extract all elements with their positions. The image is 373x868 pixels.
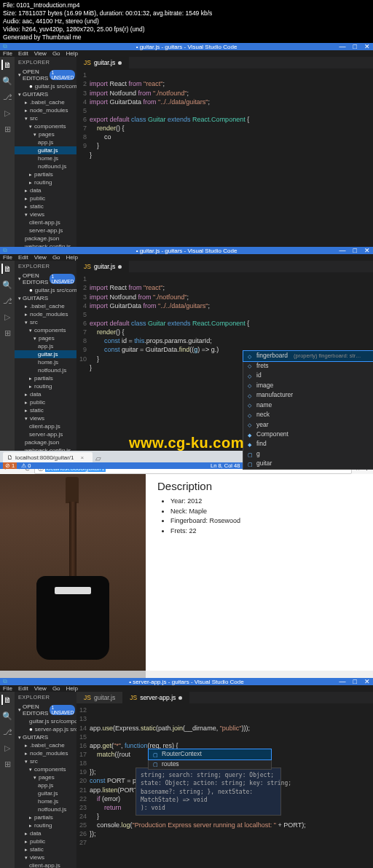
tree-item[interactable]: ▾ components <box>15 122 76 130</box>
debug-icon[interactable]: ▷ <box>2 312 12 322</box>
suggestion-item[interactable]: ◇id <box>243 371 373 380</box>
menu-view[interactable]: View <box>34 254 47 261</box>
tree-item[interactable]: ▸ .babel_cache <box>15 741 76 749</box>
extensions-icon[interactable]: ⊞ <box>2 124 12 134</box>
tree-item[interactable]: ▸ data <box>15 186 76 194</box>
suggestion-item[interactable]: ◇year <box>243 420 373 430</box>
menu-edit[interactable]: Edit <box>18 254 28 261</box>
intellisense-popup[interactable]: ◇fingerboard(property) fingerboard: str…… <box>243 350 373 470</box>
tree-item[interactable]: app.js <box>15 781 76 789</box>
tree-item[interactable]: ▸ static <box>15 406 76 414</box>
tree-item[interactable]: app.js <box>15 138 76 146</box>
tree-item[interactable]: ▾ pages <box>15 773 76 781</box>
maximize-icon[interactable]: □ <box>353 678 357 685</box>
close-icon[interactable]: ✕ <box>364 678 370 685</box>
chrome-tab[interactable]: 🗋localhost:8080/guitar/1× <box>3 452 93 462</box>
status-errors[interactable]: ⊘ 1 <box>3 462 17 469</box>
tree-item[interactable]: ▾ src <box>15 757 76 765</box>
tree-item[interactable]: notfound.js <box>15 805 76 813</box>
tree-item[interactable]: ▸ static <box>15 845 76 853</box>
explorer-icon[interactable]: 🗎 <box>1 264 12 274</box>
menu-help[interactable]: Help <box>66 254 78 261</box>
suggestion-item[interactable]: ▢RouterContext <box>148 749 272 760</box>
extensions-icon[interactable]: ⊞ <box>2 328 12 338</box>
tree-item[interactable]: ▸ data <box>15 829 76 837</box>
tree-item[interactable]: ▸ partials <box>15 374 76 382</box>
tree-item[interactable]: ▸ node_modules <box>15 749 76 757</box>
open-editors-header[interactable]: ▾OPEN EDITORS1 UNSAVED <box>15 272 76 286</box>
explorer-icon[interactable]: 🗎 <box>1 60 12 70</box>
code-area[interactable]: 12345678910 import React from "react"; i… <box>76 272 373 462</box>
menu-file[interactable]: File <box>3 50 12 57</box>
explorer-icon[interactable]: 🗎 <box>1 695 12 705</box>
tree-item[interactable]: guitar.js <box>15 146 76 154</box>
search-icon[interactable]: 🔍 <box>2 711 12 721</box>
tree-item[interactable]: guitar.js <box>15 350 76 358</box>
menu-help[interactable]: Help <box>66 685 78 692</box>
suggestion-item[interactable]: ◇image <box>243 381 373 390</box>
menu-file[interactable]: File <box>3 685 12 692</box>
suggestion-item[interactable]: ◆find <box>243 439 373 449</box>
debug-icon[interactable]: ▷ <box>2 743 12 753</box>
menu-go[interactable]: Go <box>52 50 60 57</box>
tree-item[interactable]: ▸ partials <box>15 170 76 178</box>
intellisense-popup[interactable]: ▢RouterContext▢routes <box>148 749 272 770</box>
open-editor-file[interactable]: guitar.js src/components/... <box>15 717 76 725</box>
tree-item[interactable]: ▾ pages <box>15 130 76 138</box>
code-content[interactable]: import React from "react"; import Notfou… <box>90 68 373 259</box>
minimize-icon[interactable]: — <box>339 247 346 254</box>
open-editors-header[interactable]: ▾OPEN EDITORS1 UNSAVED <box>15 703 76 717</box>
tree-item[interactable]: ▾ views <box>15 853 76 861</box>
menu-file[interactable]: File <box>3 254 12 261</box>
menu-help[interactable]: Help <box>66 50 78 57</box>
tree-item[interactable]: ▾ pages <box>15 334 76 342</box>
tree-item[interactable]: server-app.js <box>15 226 76 234</box>
git-icon[interactable]: ⎇ <box>2 296 12 306</box>
titlebar[interactable]: ⧉ • server-app.js - guitars - Visual Stu… <box>0 678 373 685</box>
project-header[interactable]: ▾GUITARS <box>15 90 76 98</box>
minimize-icon[interactable]: — <box>339 43 346 50</box>
suggestion-item[interactable]: ◇name <box>243 401 373 410</box>
tree-item[interactable]: guitar.js <box>15 789 76 797</box>
suggestion-item[interactable]: ▢g <box>243 449 373 459</box>
tree-item[interactable]: home.js <box>15 797 76 805</box>
tree-item[interactable]: ▸ static <box>15 202 76 210</box>
tree-item[interactable]: notfound.js <box>15 366 76 374</box>
tree-item[interactable]: client-app.js <box>15 861 76 868</box>
suggestion-item[interactable]: ◆Component <box>243 430 373 439</box>
tree-item[interactable]: ▸ .babel_cache <box>15 302 76 310</box>
close-tab-icon[interactable]: × <box>81 454 85 461</box>
tree-item[interactable]: ▾ views <box>15 414 76 422</box>
tree-item[interactable]: ▸ data <box>15 390 76 398</box>
suggestion-item[interactable]: ▢guitar <box>243 459 373 468</box>
menu-edit[interactable]: Edit <box>18 685 28 692</box>
tree-item[interactable]: ▾ src <box>15 114 76 122</box>
tree-item[interactable]: ▸ node_modules <box>15 310 76 318</box>
tree-item[interactable]: ▾ components <box>15 765 76 773</box>
tree-item[interactable]: ▸ partials <box>15 813 76 821</box>
open-editors-header[interactable]: ▾OPEN EDITORS1 UNSAVED <box>15 68 76 82</box>
suggestion-item[interactable]: ◇frets <box>243 361 373 371</box>
tree-item[interactable]: ▾ src <box>15 318 76 326</box>
code-content[interactable]: app.use(Express.static(path.join(__dirna… <box>90 703 373 868</box>
tree-item[interactable]: ▸ public <box>15 194 76 202</box>
close-icon[interactable]: ✕ <box>364 247 370 254</box>
tree-item[interactable]: ▸ public <box>15 837 76 845</box>
menu-view[interactable]: View <box>34 50 47 57</box>
suggestion-item[interactable]: ◇manufacturer <box>243 390 373 400</box>
debug-icon[interactable]: ▷ <box>2 108 12 118</box>
tree-item[interactable]: home.js <box>15 358 76 366</box>
menu-go[interactable]: Go <box>52 685 60 692</box>
tree-item[interactable]: ▸ public <box>15 398 76 406</box>
titlebar[interactable]: ⧉ • guitar.js - guitars - Visual Studio … <box>0 43 373 50</box>
tree-item[interactable]: ▸ node_modules <box>15 106 76 114</box>
tree-item[interactable]: ▾ views <box>15 210 76 218</box>
menu-edit[interactable]: Edit <box>18 50 28 57</box>
tree-item[interactable]: ▸ routing <box>15 178 76 186</box>
menu-view[interactable]: View <box>34 685 47 692</box>
search-icon[interactable]: 🔍 <box>2 280 12 290</box>
tree-item[interactable]: package.json <box>15 234 76 242</box>
tree-item[interactable]: server-app.js <box>15 430 76 438</box>
status-warnings[interactable]: ⚠ 0 <box>21 462 31 469</box>
tab-guitar-js[interactable]: JSguitar.js <box>76 57 129 68</box>
